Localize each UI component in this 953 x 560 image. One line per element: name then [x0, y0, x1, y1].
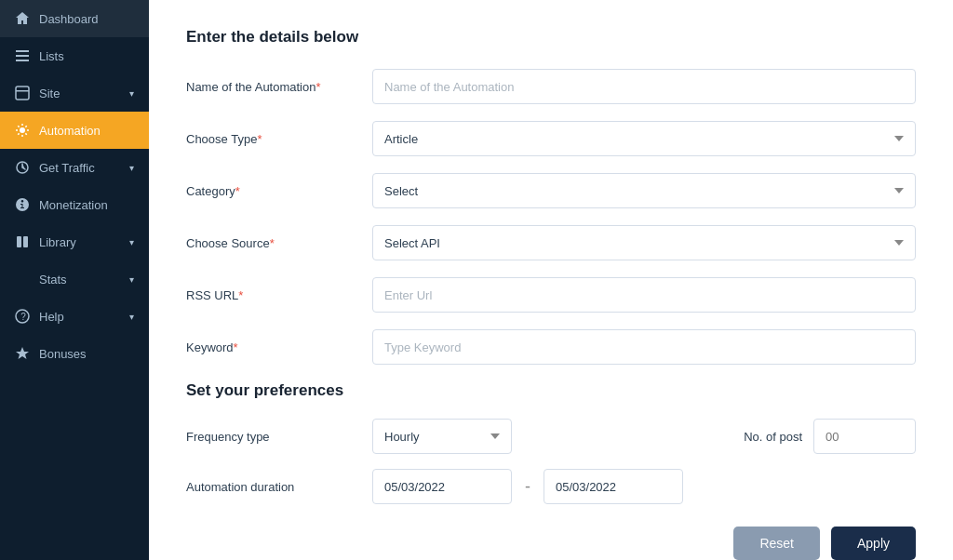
no-of-post-group: No. of post: [744, 419, 916, 454]
svg-rect-0: [16, 50, 29, 52]
sidebar-item-bonuses[interactable]: Bonuses: [0, 335, 149, 372]
frequency-label: Frequency type: [186, 430, 372, 444]
help-icon: ?: [15, 309, 30, 324]
category-label: Category*: [186, 184, 372, 198]
frequency-select[interactable]: Hourly Daily Weekly Monthly: [372, 419, 512, 454]
svg-rect-4: [16, 90, 29, 92]
rss-url-row: RSS URL*: [186, 277, 916, 313]
sidebar-item-automation-label: Automation: [39, 124, 101, 138]
form-section-title: Enter the details below: [186, 28, 916, 47]
site-icon: [15, 86, 30, 100]
rss-url-label: RSS URL*: [186, 288, 372, 302]
automation-name-row: Name of the Automation*: [186, 69, 916, 104]
library-chevron-icon: ▾: [129, 237, 134, 247]
category-select[interactable]: Select: [372, 173, 916, 208]
duration-end-input[interactable]: [544, 469, 683, 504]
no-of-post-label: No. of post: [744, 430, 802, 444]
duration-row: Automation duration -: [186, 469, 916, 504]
sidebar-item-get-traffic[interactable]: Get Traffic ▾: [0, 149, 149, 186]
svg-rect-7: [17, 236, 21, 247]
stats-icon: [15, 272, 30, 287]
choose-source-select[interactable]: Select API: [372, 225, 916, 260]
preferences-section-title: Set your preferences: [186, 381, 916, 400]
keyword-row: Keyword*: [186, 329, 916, 365]
svg-text:?: ?: [20, 312, 26, 322]
duration-start-input[interactable]: [372, 469, 512, 504]
apply-button[interactable]: Apply: [831, 527, 916, 560]
svg-point-5: [20, 127, 25, 133]
sidebar: Dashboard Lists Site ▾ Automation: [0, 0, 149, 560]
action-buttons-row: Reset Apply: [186, 527, 916, 560]
bonuses-icon: [15, 346, 30, 361]
sidebar-item-lists[interactable]: Lists: [0, 37, 149, 74]
help-chevron-icon: ▾: [129, 312, 134, 322]
main-content: Enter the details below Name of the Auto…: [149, 0, 953, 560]
sidebar-item-library[interactable]: Library ▾: [0, 223, 149, 260]
svg-rect-2: [16, 60, 29, 61]
list-icon: [15, 48, 30, 63]
home-icon: [15, 11, 30, 26]
sidebar-item-dashboard[interactable]: Dashboard: [0, 0, 149, 37]
frequency-controls: Hourly Daily Weekly Monthly No. of post: [372, 419, 916, 454]
svg-rect-3: [16, 87, 29, 100]
reset-button[interactable]: Reset: [733, 527, 820, 560]
category-row: Category* Select: [186, 173, 916, 208]
svg-rect-1: [16, 55, 29, 57]
frequency-row: Frequency type Hourly Daily Weekly Month…: [186, 419, 916, 454]
choose-source-row: Choose Source* Select API: [186, 225, 916, 260]
traffic-icon: [15, 160, 30, 175]
choose-source-label: Choose Source*: [186, 236, 372, 250]
sidebar-item-library-label: Library: [39, 235, 76, 249]
library-icon: [15, 234, 30, 249]
sidebar-item-site[interactable]: Site ▾: [0, 74, 149, 112]
choose-type-label: Choose Type*: [186, 132, 372, 146]
site-chevron-icon: ▾: [129, 88, 134, 99]
sidebar-item-get-traffic-label: Get Traffic: [39, 161, 95, 175]
automation-icon: [15, 123, 30, 138]
svg-rect-8: [23, 236, 28, 247]
automation-name-input[interactable]: [372, 69, 916, 104]
sidebar-item-bonuses-label: Bonuses: [39, 347, 87, 361]
sidebar-item-site-label: Site: [39, 87, 60, 100]
duration-label: Automation duration: [186, 480, 372, 494]
monetization-icon: [15, 197, 30, 212]
duration-separator: -: [521, 477, 534, 497]
sidebar-item-dashboard-label: Dashboard: [39, 12, 99, 26]
sidebar-item-help[interactable]: ? Help ▾: [0, 298, 149, 335]
sidebar-item-help-label: Help: [39, 310, 64, 324]
get-traffic-chevron-icon: ▾: [129, 163, 134, 173]
stats-chevron-icon: ▾: [129, 274, 134, 285]
sidebar-item-monetization-label: Monetization: [39, 198, 108, 212]
sidebar-item-lists-label: Lists: [39, 49, 64, 63]
sidebar-item-automation[interactable]: Automation: [0, 112, 149, 149]
keyword-label: Keyword*: [186, 340, 372, 354]
choose-type-row: Choose Type* Article: [186, 121, 916, 156]
no-of-post-input[interactable]: [813, 419, 916, 454]
keyword-input[interactable]: [372, 329, 916, 365]
rss-url-input[interactable]: [372, 277, 916, 313]
sidebar-item-monetization[interactable]: Monetization: [0, 186, 149, 223]
choose-type-select[interactable]: Article: [372, 121, 916, 156]
sidebar-item-stats[interactable]: Stats ▾: [0, 260, 149, 298]
sidebar-item-stats-label: Stats: [39, 273, 67, 287]
automation-name-label: Name of the Automation*: [186, 80, 372, 94]
duration-controls: -: [372, 469, 683, 504]
